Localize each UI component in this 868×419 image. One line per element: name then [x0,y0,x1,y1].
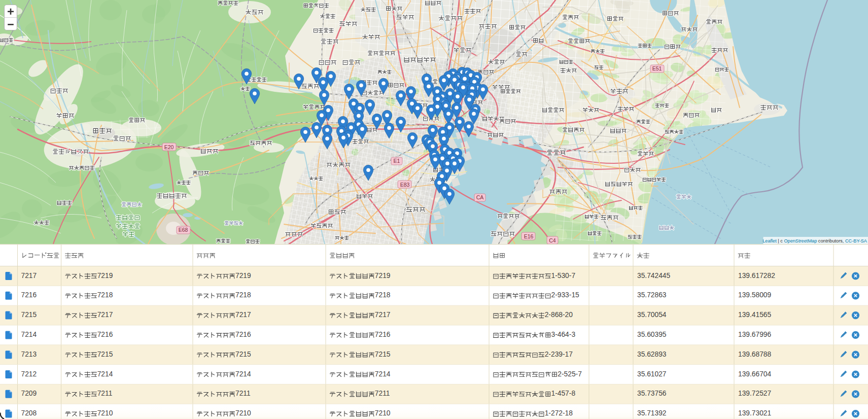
svg-text:7210: 7210 [97,409,113,417]
svg-text:7211: 7211 [375,390,390,397]
svg-text:7217: 7217 [375,311,391,319]
svg-text:139.617282: 139.617282 [738,272,775,280]
svg-text:7214: 7214 [235,370,251,378]
svg-text:2-933-15: 2-933-15 [551,291,580,299]
svg-text:7211: 7211 [97,390,113,397]
svg-text:7215: 7215 [235,351,251,358]
svg-text:7214: 7214 [97,370,113,378]
svg-text:7209: 7209 [21,390,37,397]
svg-text:7211: 7211 [235,390,251,397]
svg-text:E20: E20 [164,144,174,150]
svg-text:139.41565: 139.41565 [738,311,772,319]
svg-text:7214: 7214 [21,331,37,338]
svg-text:35.73756: 35.73756 [637,390,667,397]
svg-text:139.68788: 139.68788 [738,351,772,358]
svg-text:139.58009: 139.58009 [738,291,772,299]
svg-text:7210: 7210 [235,409,251,417]
svg-text:2-525-7: 2-525-7 [558,370,582,378]
svg-text:35.742445: 35.742445 [637,272,671,280]
svg-text:7212: 7212 [21,370,37,378]
svg-text:7218: 7218 [375,291,391,299]
svg-text:7219: 7219 [235,272,251,280]
svg-text:7217: 7217 [21,272,37,280]
svg-text:2-868-20: 2-868-20 [545,311,573,319]
svg-text:35.62893: 35.62893 [637,351,667,358]
svg-text:139.72527: 139.72527 [738,390,771,397]
svg-text:7217: 7217 [97,311,113,319]
svg-text:7217: 7217 [235,311,251,319]
svg-text:E16: E16 [524,233,534,239]
svg-text:1-272-18: 1-272-18 [545,409,573,417]
svg-text:7215: 7215 [21,311,37,319]
svg-text:139.67996: 139.67996 [738,331,772,338]
svg-text:1-530-7: 1-530-7 [551,272,576,280]
svg-text:E51: E51 [652,65,662,72]
svg-text:7218: 7218 [235,291,251,299]
svg-text:E83: E83 [400,182,410,188]
svg-text:Leaflet | c OpenStreetMap cont: Leaflet | c OpenStreetMap contributors, … [762,238,867,243]
svg-text:139.73021: 139.73021 [738,409,771,417]
svg-text:7219: 7219 [97,272,113,280]
svg-text:7208: 7208 [21,409,37,417]
svg-text:CA: CA [476,194,484,200]
svg-text:C4: C4 [549,237,556,243]
svg-text:35.72863: 35.72863 [637,291,667,299]
svg-text:35.61027: 35.61027 [637,370,667,378]
svg-text:3-464-3: 3-464-3 [551,331,576,338]
svg-text:E1: E1 [394,158,400,164]
svg-text:35.60395: 35.60395 [637,331,667,338]
svg-text:7216: 7216 [235,331,251,338]
svg-text:7218: 7218 [97,291,113,299]
svg-text:35.70054: 35.70054 [637,311,667,319]
svg-text:35.71392: 35.71392 [637,409,667,417]
svg-text:2-239-17: 2-239-17 [545,351,573,358]
svg-text:7213: 7213 [21,351,37,358]
svg-text:139.66704: 139.66704 [738,370,772,378]
svg-text:7216: 7216 [375,331,391,338]
svg-text:7216: 7216 [21,291,37,299]
svg-text:7219: 7219 [375,272,391,280]
svg-text:7216: 7216 [97,331,113,338]
svg-text:7210: 7210 [375,409,391,417]
svg-text:7214: 7214 [375,370,391,378]
svg-text:7215: 7215 [97,351,113,358]
svg-text:1-457-8: 1-457-8 [551,390,576,397]
svg-text:E68: E68 [179,227,188,233]
svg-text:7215: 7215 [375,351,391,358]
